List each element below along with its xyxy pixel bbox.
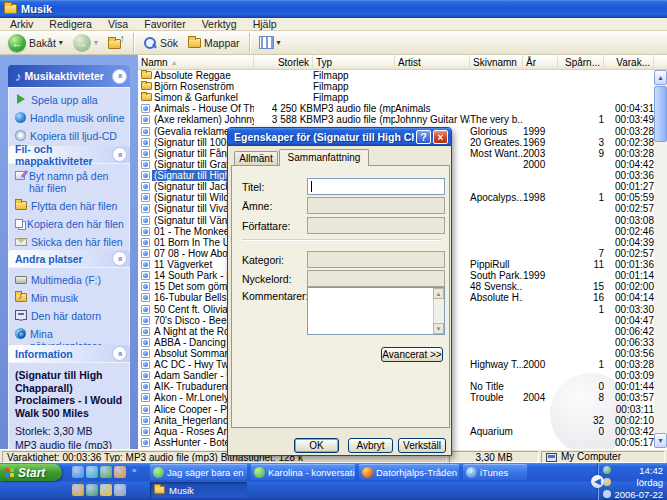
column-header-filler bbox=[655, 55, 667, 70]
avbryt-button[interactable]: Avbryt bbox=[348, 438, 393, 453]
clock-date[interactable]: 2006-07-22 bbox=[614, 489, 663, 500]
back-dropdown-icon[interactable]: ▾ bbox=[59, 38, 63, 47]
menu-item-favoriter[interactable]: Favoriter bbox=[136, 18, 193, 31]
file-row[interactable]: Animals - House Of The Risin...4 250 KBM… bbox=[138, 103, 654, 114]
sidebar-item-multimedia-f[interactable]: Multimedia (F:) bbox=[15, 274, 125, 286]
input-titel[interactable] bbox=[307, 178, 445, 195]
task-button-datorhjalps-traden[interactable]: Datorhjälps-Tråden - ... bbox=[359, 464, 459, 480]
task-button-karolina-konversation[interactable]: Karolina - konversation bbox=[251, 464, 355, 480]
tab-allmant[interactable]: Allmänt bbox=[234, 151, 278, 165]
start-button[interactable]: Start bbox=[0, 464, 62, 481]
collapse-chevron-icon[interactable]: » bbox=[113, 148, 126, 161]
quicklaunch-app-gray-icon[interactable] bbox=[114, 484, 126, 496]
column-header-track[interactable]: Spårn... bbox=[558, 55, 604, 70]
cell-album: The very b... bbox=[470, 114, 523, 125]
scroll-thumb[interactable] bbox=[654, 86, 667, 142]
cell-album: 48 Svensk... bbox=[470, 281, 523, 292]
comments-textarea[interactable]: ▲▼ bbox=[307, 287, 445, 335]
audio-file-icon bbox=[141, 305, 150, 314]
collapse-chevron-icon[interactable]: » bbox=[113, 347, 126, 360]
quicklaunch-app-yellow-icon[interactable] bbox=[100, 484, 112, 496]
column-header-size[interactable]: Storlek bbox=[254, 55, 313, 70]
sidebar-item-den-har-datorn[interactable]: Den här datorn bbox=[15, 310, 125, 322]
cell-year bbox=[523, 114, 558, 125]
menu-item-verktyg[interactable]: Verktyg bbox=[194, 18, 245, 31]
views-dropdown-icon[interactable]: ▾ bbox=[277, 38, 281, 47]
scroll-up-button[interactable]: ▲ bbox=[654, 70, 667, 85]
cell-year bbox=[523, 381, 558, 392]
audio-file-icon bbox=[141, 204, 150, 213]
cell-duration bbox=[604, 92, 654, 103]
screen: Musik ArkivRedigeraVisaFavoriterVerktygH… bbox=[0, 0, 667, 500]
dialog-titlebar[interactable]: Egenskaper för (Signatur till High Chapp… bbox=[228, 128, 451, 146]
sidebar-item-handla-musik-online[interactable]: Handla musik online bbox=[15, 112, 125, 124]
quicklaunch-app-globe-icon[interactable] bbox=[86, 484, 98, 496]
sidebar-item-flytta-den-har-filen[interactable]: Flytta den här filen bbox=[15, 200, 125, 212]
column-header-artist[interactable]: Artist bbox=[395, 55, 470, 70]
task-button-musik[interactable]: Musik bbox=[150, 482, 247, 498]
scroll-down-icon[interactable]: ▼ bbox=[433, 323, 444, 334]
tray-icon-1[interactable] bbox=[603, 466, 611, 474]
collapse-chevron-icon[interactable]: » bbox=[113, 252, 126, 265]
tray-icon-3[interactable] bbox=[603, 490, 611, 498]
task-button-itunes[interactable]: iTunes bbox=[463, 464, 527, 480]
file-row[interactable]: Absolute ReggaeFilmapp bbox=[138, 70, 654, 81]
close-icon[interactable]: × bbox=[433, 130, 448, 144]
folders-button[interactable]: Mappar bbox=[184, 32, 244, 54]
tab-sammanfattning[interactable]: Sammanfattning bbox=[279, 149, 369, 166]
column-header-album[interactable]: Skivnamn bbox=[470, 55, 523, 70]
sidebar-item-kopiera-den-har-filen[interactable]: Kopiera den här filen bbox=[15, 218, 125, 230]
sidebar-item-kopiera-till-ljud-cd[interactable]: Kopiera till ljud-CD bbox=[15, 130, 125, 142]
file-row[interactable]: Simon & GarfunkelFilmapp bbox=[138, 92, 654, 103]
menu-item-hjalp[interactable]: Hjälp bbox=[245, 18, 285, 31]
sidebar-item-min-musik[interactable]: Min musik bbox=[15, 292, 125, 304]
scroll-up-icon[interactable]: ▲ bbox=[433, 288, 444, 299]
textarea-scrollbar[interactable]: ▲▼ bbox=[433, 288, 444, 334]
menu-item-visa[interactable]: Visa bbox=[100, 18, 136, 31]
cell-type: MP3 audio file (mp3) bbox=[313, 103, 395, 114]
quicklaunch-messenger-icon[interactable] bbox=[100, 466, 112, 478]
panel-header-musikaktiviteter[interactable]: ♪Musikaktiviteter» bbox=[8, 65, 130, 87]
verkstall-button[interactable]: Verkställ bbox=[398, 438, 446, 453]
quicklaunch-ie-icon[interactable] bbox=[72, 466, 84, 478]
cell-duration: 00:01:44 bbox=[604, 381, 654, 392]
file-row[interactable]: (Axe reklamen) Johnny Guitar...3 588 KBM… bbox=[138, 114, 654, 125]
scroll-down-button[interactable]: ▼ bbox=[654, 433, 667, 448]
column-header-year[interactable]: År bbox=[523, 55, 558, 70]
quicklaunch-overflow-icon[interactable]: » bbox=[132, 466, 136, 475]
clock[interactable]: 14:42 bbox=[614, 465, 663, 476]
quicklaunch-app-orange-icon[interactable] bbox=[72, 484, 84, 496]
quicklaunch-media-player-icon[interactable] bbox=[86, 466, 98, 478]
up-button[interactable] bbox=[104, 32, 128, 54]
forward-button[interactable]: → ▾ bbox=[69, 32, 102, 54]
column-header-name[interactable]: Namn▲ bbox=[138, 55, 254, 70]
audio-file-icon bbox=[141, 427, 150, 436]
advanced-button[interactable]: Avancerat >> bbox=[381, 347, 443, 362]
properties-dialog: Egenskaper för (Signatur till High Chapp… bbox=[227, 127, 452, 456]
back-button[interactable]: ← Bakåt ▾ bbox=[4, 32, 67, 54]
cell-year: 2003 bbox=[523, 148, 558, 159]
column-header-duration[interactable]: Varak... bbox=[604, 55, 654, 70]
ok-button[interactable]: OK bbox=[294, 438, 339, 453]
sidebar-item-byt-namn-pa-den-har-filen[interactable]: Byt namn på den här filen bbox=[15, 170, 125, 194]
search-button[interactable]: Sök bbox=[139, 32, 182, 54]
panel-header-andra-platser[interactable]: Andra platser» bbox=[8, 250, 130, 267]
cell-duration: 00:04:39 bbox=[604, 237, 654, 248]
panel-header-information[interactable]: Information» bbox=[8, 345, 130, 362]
list-scrollbar[interactable]: ▲ ▼ bbox=[654, 70, 667, 448]
file-name: Animals - House Of The Risin... bbox=[152, 103, 254, 114]
quicklaunch-firefox-icon[interactable] bbox=[114, 466, 126, 478]
sidebar-item-spela-upp-alla[interactable]: Spela upp alla bbox=[15, 94, 125, 106]
views-button[interactable]: ▾ bbox=[255, 32, 285, 54]
cell-track bbox=[558, 348, 604, 359]
help-button[interactable]: ? bbox=[416, 130, 431, 144]
panel-header-fil-och-mappaktiviteter[interactable]: Fil- och mappaktiviteter» bbox=[8, 146, 130, 163]
file-row[interactable]: Björn RosenströmFilmapp bbox=[138, 81, 654, 92]
clock-day[interactable]: lördag bbox=[614, 477, 663, 488]
menu-item-arkiv[interactable]: Arkiv bbox=[2, 18, 41, 31]
task-button-jag-sager-bara-en-sa[interactable]: Jag säger bara en sa... bbox=[150, 464, 247, 480]
collapse-chevron-icon[interactable]: » bbox=[113, 70, 126, 83]
menu-item-redigera[interactable]: Redigera bbox=[41, 18, 100, 31]
tray-icon-2[interactable] bbox=[603, 478, 611, 486]
column-header-type[interactable]: Typ bbox=[313, 55, 395, 70]
